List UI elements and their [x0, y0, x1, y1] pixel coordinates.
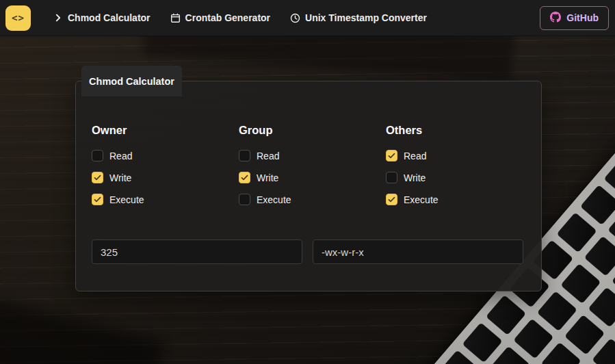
- check-icon: [93, 173, 102, 182]
- github-icon: [550, 12, 561, 25]
- code-brackets-icon: <>: [12, 12, 25, 23]
- checkbox-box[interactable]: [92, 172, 103, 183]
- checkbox-label: Read: [109, 151, 132, 161]
- column-title: Group: [239, 124, 291, 137]
- checkbox-group-read[interactable]: Read: [239, 150, 291, 161]
- check-icon: [387, 195, 396, 204]
- checkbox-group-write[interactable]: Write: [239, 172, 291, 183]
- checkbox-label: Read: [257, 151, 279, 161]
- checkbox-label: Read: [404, 151, 426, 161]
- tab-label: Chmod Calculator: [89, 76, 174, 87]
- nav-item-unix-timestamp-converter[interactable]: Unix Timestamp Converter: [290, 12, 427, 23]
- column-title: Owner: [92, 124, 144, 137]
- app-window: <> Chmod Calculator Crontab Generator: [0, 0, 615, 364]
- checkbox-owner-write[interactable]: Write: [92, 172, 144, 183]
- checkbox-box[interactable]: [92, 150, 103, 161]
- checkbox-label: Write: [109, 172, 131, 183]
- top-navigation-bar: <> Chmod Calculator Crontab Generator: [0, 0, 615, 36]
- column-owner: Owner Read Write Execute: [92, 124, 144, 216]
- checkbox-others-execute[interactable]: Execute: [386, 194, 439, 205]
- checkbox-group-execute[interactable]: Execute: [239, 194, 291, 205]
- column-others: Others Read Write Execute: [386, 124, 439, 216]
- octal-value-input[interactable]: [92, 239, 302, 264]
- checkbox-label: Execute: [109, 194, 144, 205]
- checkbox-box[interactable]: [239, 194, 250, 205]
- nav-item-label: Crontab Generator: [185, 12, 270, 23]
- checkbox-label: Execute: [257, 194, 291, 205]
- checkbox-owner-read[interactable]: Read: [92, 150, 144, 161]
- check-icon: [93, 195, 102, 204]
- nav-item-label: Chmod Calculator: [68, 12, 151, 23]
- chmod-calculator-panel: Owner Read Write Execute Group Read: [75, 81, 542, 291]
- chevron-right-icon: [53, 13, 63, 23]
- nav-menu: Chmod Calculator Crontab Generator: [53, 12, 427, 23]
- checkbox-box[interactable]: [239, 172, 250, 183]
- check-icon: [240, 173, 249, 182]
- github-button[interactable]: GitHub: [540, 6, 609, 30]
- checkbox-box[interactable]: [386, 194, 397, 205]
- clock-icon: [290, 13, 300, 23]
- checkbox-box[interactable]: [386, 150, 397, 161]
- checkbox-owner-execute[interactable]: Execute: [92, 194, 144, 205]
- symbolic-value-input[interactable]: [313, 239, 523, 264]
- nav-item-label: Unix Timestamp Converter: [305, 12, 427, 23]
- checkbox-box[interactable]: [239, 150, 250, 161]
- checkbox-box[interactable]: [386, 172, 397, 183]
- checkbox-others-read[interactable]: Read: [386, 150, 439, 161]
- nav-item-crontab-generator[interactable]: Crontab Generator: [170, 12, 270, 23]
- app-logo[interactable]: <>: [5, 5, 31, 31]
- column-title: Others: [386, 124, 439, 137]
- github-button-label: GitHub: [566, 12, 599, 23]
- checkbox-others-write[interactable]: Write: [386, 172, 439, 183]
- checkbox-label: Execute: [404, 194, 439, 205]
- calendar-icon: [170, 13, 181, 23]
- checkbox-box[interactable]: [92, 194, 103, 205]
- nav-item-chmod-calculator[interactable]: Chmod Calculator: [53, 12, 151, 23]
- check-icon: [387, 151, 396, 160]
- column-group: Group Read Write Execute: [239, 124, 291, 216]
- tab-chmod-calculator[interactable]: Chmod Calculator: [81, 66, 182, 96]
- checkbox-label: Write: [404, 172, 426, 183]
- checkbox-label: Write: [257, 172, 278, 183]
